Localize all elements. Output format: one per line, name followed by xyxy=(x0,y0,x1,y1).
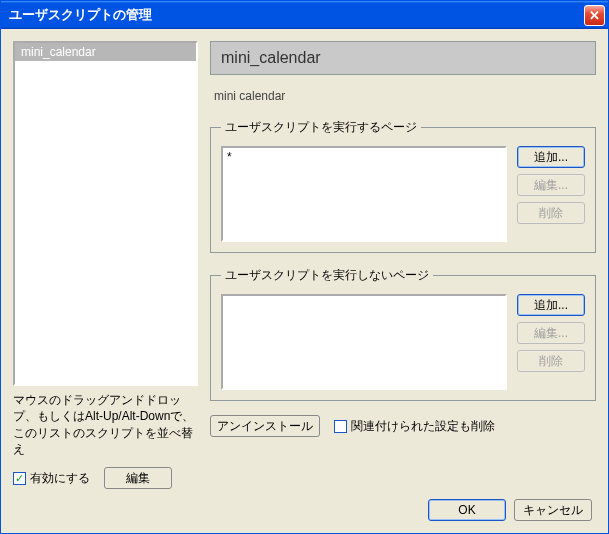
script-list[interactable]: mini_calendar xyxy=(13,41,198,386)
delete-assoc-checkbox[interactable]: ✓ 関連付けられた設定も削除 xyxy=(334,418,495,435)
checkbox-icon: ✓ xyxy=(334,420,347,433)
right-bottom-row: アンインストール ✓ 関連付けられた設定も削除 xyxy=(210,415,596,437)
include-pages-group: ユーザスクリプトを実行するページ * 追加... 編集... 削除 xyxy=(210,119,596,253)
main-row: mini_calendar マウスのドラッグアンドドロップ、もしくはAlt-Up… xyxy=(13,41,596,489)
include-add-button[interactable]: 追加... xyxy=(517,146,585,168)
dialog-window: ユーザスクリプトの管理 ✕ mini_calendar マウスのドラッグアンドド… xyxy=(0,0,609,534)
delete-assoc-label: 関連付けられた設定も削除 xyxy=(351,418,495,435)
cancel-button[interactable]: キャンセル xyxy=(514,499,592,521)
client-area: mini_calendar マウスのドラッグアンドドロップ、もしくはAlt-Up… xyxy=(1,29,608,533)
titlebar: ユーザスクリプトの管理 ✕ xyxy=(1,1,608,29)
exclude-remove-button: 削除 xyxy=(517,350,585,372)
reorder-hint: マウスのドラッグアンドドロップ、もしくはAlt-Up/Alt-Downで、このリ… xyxy=(13,392,198,457)
exclude-legend: ユーザスクリプトを実行しないページ xyxy=(221,267,433,284)
uninstall-button[interactable]: アンインストール xyxy=(210,415,320,437)
left-bottom-row: ✓ 有効にする 編集 xyxy=(13,467,198,489)
enable-checkbox[interactable]: ✓ 有効にする xyxy=(13,470,90,487)
exclude-add-button[interactable]: 追加... xyxy=(517,294,585,316)
include-buttons: 追加... 編集... 削除 xyxy=(517,146,585,242)
script-subtitle: mini calendar xyxy=(214,89,592,103)
edit-script-button[interactable]: 編集 xyxy=(104,467,172,489)
exclude-pages-group: ユーザスクリプトを実行しないページ 追加... 編集... 削除 xyxy=(210,267,596,401)
list-item[interactable]: mini_calendar xyxy=(15,43,196,61)
right-column: mini_calendar mini calendar ユーザスクリプトを実行す… xyxy=(210,41,596,489)
list-item[interactable]: * xyxy=(227,150,501,164)
close-button[interactable]: ✕ xyxy=(584,5,605,26)
dialog-footer: OK キャンセル xyxy=(13,499,596,521)
include-edit-button: 編集... xyxy=(517,174,585,196)
left-column: mini_calendar マウスのドラッグアンドドロップ、もしくはAlt-Up… xyxy=(13,41,198,489)
window-title: ユーザスクリプトの管理 xyxy=(9,6,584,24)
check-icon: ✓ xyxy=(13,472,26,485)
exclude-list[interactable] xyxy=(221,294,507,390)
exclude-buttons: 追加... 編集... 削除 xyxy=(517,294,585,390)
include-list[interactable]: * xyxy=(221,146,507,242)
include-remove-button: 削除 xyxy=(517,202,585,224)
script-title-bar: mini_calendar xyxy=(210,41,596,75)
include-legend: ユーザスクリプトを実行するページ xyxy=(221,119,421,136)
exclude-edit-button: 編集... xyxy=(517,322,585,344)
close-icon: ✕ xyxy=(589,8,600,23)
ok-button[interactable]: OK xyxy=(428,499,506,521)
enable-checkbox-label: 有効にする xyxy=(30,470,90,487)
